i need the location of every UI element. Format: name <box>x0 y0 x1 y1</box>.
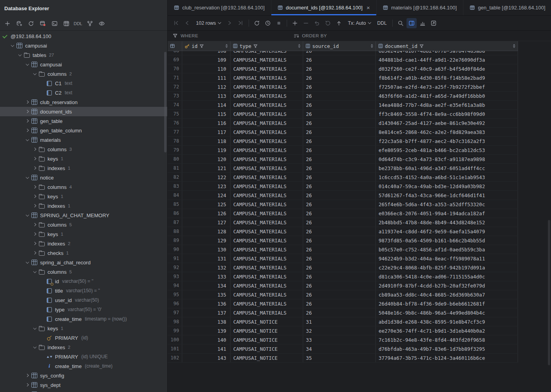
tree-chevron-icon[interactable] <box>40 354 45 359</box>
type-cell[interactable]: CAMPUSAI_MATERIALS <box>231 308 303 317</box>
tree-item[interactable]: PRIMARY (id) <box>0 333 167 343</box>
type-cell[interactable]: CAMPUSAI_MATERIALS <box>231 64 303 73</box>
tree-item[interactable]: id varchar(50) = '' <box>0 277 167 286</box>
type-cell[interactable]: CAMPUSAI_MATERIALS <box>231 245 303 254</box>
document-id-cell[interactable]: 2d4910f9-87bf-4cdd-b27b-20af32fe079d <box>376 281 518 290</box>
row-number-cell[interactable]: 80 <box>168 155 182 163</box>
row-number-cell[interactable]: 85 <box>168 200 182 209</box>
first-page-icon[interactable] <box>171 18 181 28</box>
tree-chevron-icon[interactable] <box>32 269 38 275</box>
tree-item[interactable]: indexes 2 <box>0 343 167 352</box>
type-cell[interactable]: CAMPUSAI_MATERIALS <box>231 92 303 100</box>
row-number-cell[interactable]: 73 <box>168 92 182 100</box>
table-view-icon[interactable] <box>61 18 71 29</box>
source-id-cell[interactable]: 26 <box>303 209 376 218</box>
document-id-cell[interactable]: 14ea488d-77b7-4d8a-ae2f-e35ef61a3a8b <box>376 101 518 109</box>
row-number-cell[interactable]: 83 <box>168 182 182 191</box>
row-number-cell[interactable]: 81 <box>168 164 182 172</box>
new-datasource-icon[interactable] <box>14 18 24 29</box>
tree-item[interactable]: document_ids <box>0 107 167 116</box>
type-cell[interactable]: CAMPUSAI_MATERIALS <box>231 281 303 290</box>
id-cell[interactable]: 135 <box>182 290 231 299</box>
row-number-cell[interactable]: 75 <box>168 110 182 118</box>
reload-data-icon[interactable] <box>252 18 262 28</box>
id-cell[interactable]: 127 <box>182 218 231 227</box>
tree-item[interactable]: gen_table <box>0 116 167 126</box>
tree-chevron-icon[interactable] <box>40 363 45 369</box>
previous-page-icon[interactable] <box>182 18 192 28</box>
source-id-cell[interactable]: 26 <box>303 245 376 254</box>
type-cell[interactable]: CAMPUSAI_NOTICE <box>231 326 303 335</box>
document-id-cell[interactable]: 2b48bbd5-47b8-48de-8b49-443d8248e152 <box>376 218 518 227</box>
column-header-source-id[interactable]: source_id <box>303 41 376 51</box>
tree-item[interactable]: user_id varchar(50) <box>0 295 167 305</box>
document-id-cell[interactable]: 5048e16c-9b8c-486b-96a5-4e99ed804b4c <box>376 308 518 317</box>
tree-chevron-icon[interactable] <box>25 109 30 114</box>
type-cell[interactable]: CAMPUSAI_NOTICE <box>231 354 303 362</box>
tree-item[interactable]: type varchar(50) = '0' <box>0 305 167 314</box>
tree-chevron-icon[interactable] <box>32 147 38 152</box>
refresh-icon[interactable] <box>26 18 36 29</box>
tree-chevron-icon[interactable] <box>25 128 30 133</box>
editor-tab[interactable]: materials [@192.168.64.100] <box>377 0 463 15</box>
source-id-cell[interactable]: 26 <box>303 236 376 245</box>
tree-item[interactable]: columns 3 <box>0 145 167 154</box>
id-cell[interactable]: 129 <box>182 236 231 245</box>
document-id-cell[interactable]: 014c40a7-59ca-49ab-bd3e-12d49a03b982 <box>376 182 518 191</box>
tree-chevron-icon[interactable] <box>25 62 30 67</box>
id-cell[interactable]: 126 <box>182 209 231 218</box>
source-id-cell[interactable]: 35 <box>303 354 376 362</box>
source-id-cell[interactable]: 26 <box>303 191 376 200</box>
tree-item[interactable]: indexes 1 <box>0 201 167 211</box>
tree-chevron-icon[interactable] <box>32 231 38 237</box>
row-number-cell[interactable]: 88 <box>168 227 182 236</box>
column-header-document-id[interactable]: document_id <box>376 41 518 51</box>
id-cell[interactable]: 111 <box>182 73 231 82</box>
source-id-cell[interactable]: 26 <box>303 55 376 64</box>
id-cell[interactable]: 138 <box>182 317 231 326</box>
type-cell[interactable]: CAMPUSAI_NOTICE <box>231 335 303 344</box>
source-id-cell[interactable]: 26 <box>303 290 376 299</box>
source-id-cell[interactable]: 26 <box>303 254 376 263</box>
row-number-cell[interactable]: 76 <box>168 119 182 127</box>
type-cell[interactable]: CAMPUSAI_NOTICE <box>231 317 303 326</box>
type-cell[interactable]: CAMPUSAI_MATERIALS <box>231 182 303 191</box>
tree-chevron-icon[interactable] <box>40 90 45 95</box>
tree-scrollbar[interactable] <box>164 52 167 152</box>
id-cell[interactable]: 121 <box>182 164 231 172</box>
type-cell[interactable]: CAMPUSAI_MATERIALS <box>231 146 303 154</box>
type-cell[interactable]: CAMPUSAI_MATERIALS <box>231 101 303 109</box>
id-cell[interactable]: 113 <box>182 92 231 100</box>
sort-icon[interactable] <box>223 44 228 48</box>
row-number-cell[interactable]: 100 <box>168 335 182 344</box>
submit-icon[interactable] <box>334 18 344 28</box>
editor-tab[interactable]: club_reservation [@192.168.64.100] <box>168 0 271 15</box>
document-id-cell[interactable]: ee270e36-74ff-4c71-b9d1-3d1eb440b0a2 <box>376 326 518 335</box>
tree-item[interactable]: sys_config <box>0 371 167 380</box>
tree-item[interactable]: notice <box>0 173 167 182</box>
type-cell[interactable]: CAMPUSAI_MATERIALS <box>231 209 303 218</box>
document-id-cell[interactable]: 26d40b84-bf78-4f36-9de9-b6eb6612681f <box>376 299 518 308</box>
type-cell[interactable]: CAMPUSAI_MATERIALS <box>231 200 303 209</box>
source-id-cell[interactable]: 26 <box>303 200 376 209</box>
document-id-cell[interactable]: 404881bd-cae1-44ff-a9d1-22e76090df3a <box>376 55 518 64</box>
row-number-cell[interactable]: 99 <box>168 326 182 335</box>
id-cell[interactable]: 110 <box>182 64 231 73</box>
document-id-cell[interactable]: d81ca306-5418-4c0e-ad06-7115155a4d0c <box>376 272 518 281</box>
preview-icon[interactable] <box>96 18 107 29</box>
document-id-cell[interactable]: 37794a67-3b75-471c-b124-3a460116b6ce <box>376 354 518 362</box>
tree-item[interactable]: sys_dict_data <box>0 390 167 392</box>
sort-icon[interactable] <box>511 44 515 48</box>
tree-item[interactable]: SPRING_AI_CHAT_MEMORY <box>0 211 167 220</box>
source-id-cell[interactable]: 26 <box>303 51 376 55</box>
source-id-cell[interactable]: 26 <box>303 92 376 100</box>
type-cell[interactable]: CAMPUSAI_MATERIALS <box>231 119 303 127</box>
type-cell[interactable]: CAMPUSAI_MATERIALS <box>231 299 303 308</box>
tree-item[interactable]: keys 1 <box>0 192 167 201</box>
document-id-cell[interactable]: f22c3a58-b7ff-4877-aec2-4b7c3162a2f3 <box>376 137 518 145</box>
tree-item[interactable]: tables 27 <box>0 50 167 60</box>
document-id-cell[interactable]: 6b5e2414-816f-4bb2-b77b-5a764f485ab8 <box>376 51 518 55</box>
source-id-cell[interactable]: 32 <box>303 326 376 335</box>
document-id-cell[interactable]: f8b614f2-a01b-4d30-85f8-f14b58e2bad9 <box>376 73 518 82</box>
add-row-icon[interactable] <box>290 18 300 28</box>
